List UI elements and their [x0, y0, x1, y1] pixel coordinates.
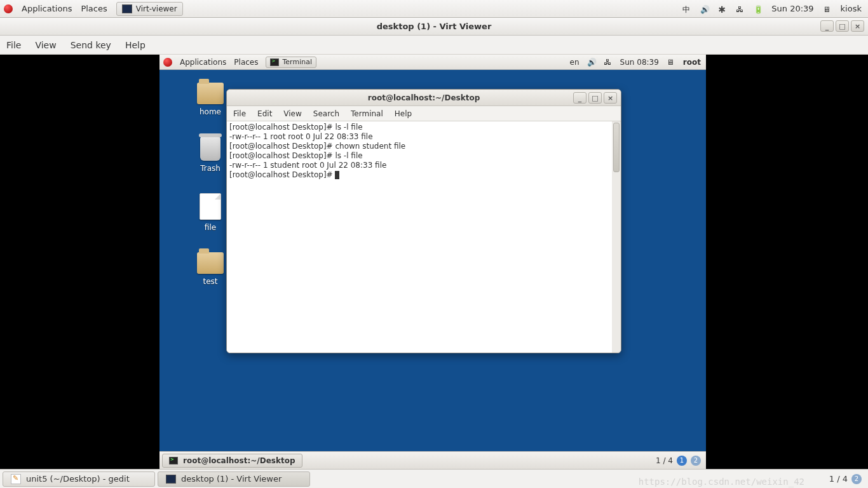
- volume-icon[interactable]: [700, 4, 709, 13]
- outer-task-gedit[interactable]: unit5 (~/Desktop) - gedit: [3, 471, 155, 487]
- desktop-icon-home-label: home: [200, 107, 221, 116]
- outer-workspace-2[interactable]: 2: [851, 474, 862, 484]
- vv-menu-sendkey[interactable]: Send key: [71, 40, 111, 50]
- guest-redhat-icon: [163, 58, 172, 67]
- file-icon: [200, 193, 221, 220]
- outer-task-virtviewer-label: desktop (1) - Virt Viewer: [181, 474, 281, 484]
- bluetooth-icon[interactable]: [718, 4, 727, 13]
- vv-close-button[interactable]: ×: [851, 20, 864, 32]
- virt-viewer-display-area[interactable]: Applications Places Terminal en Sun 08:3…: [0, 55, 868, 469]
- network-icon[interactable]: [736, 4, 745, 13]
- input-method-icon[interactable]: [682, 4, 691, 13]
- outer-clock[interactable]: Sun 20:39: [771, 4, 813, 13]
- terminal-minimize-button[interactable]: _: [573, 92, 587, 104]
- terminal-title: root@localhost:~/Desktop: [368, 93, 480, 102]
- guest-taskbar-entry-terminal[interactable]: root@localhost:~/Desktop: [162, 454, 302, 468]
- outer-menu-places[interactable]: Places: [81, 4, 107, 13]
- desktop-icon-test-label: test: [203, 277, 217, 286]
- desktop-icon-trash-label: Trash: [200, 164, 220, 173]
- guest-bottom-panel: root@localhost:~/Desktop 1 / 4 1 2: [159, 451, 706, 469]
- guest-user-icon: [667, 58, 675, 67]
- guest-menu-places[interactable]: Places: [234, 58, 258, 67]
- vv-menu-help[interactable]: Help: [125, 40, 146, 50]
- guest-network-icon[interactable]: [604, 58, 613, 67]
- guest-volume-icon[interactable]: [587, 58, 596, 67]
- terminal-menubar: File Edit View Search Terminal Help: [227, 106, 621, 121]
- terminal-maximize-button[interactable]: □: [588, 92, 602, 104]
- trash-icon: [200, 137, 220, 161]
- outer-menu-applications[interactable]: Applications: [22, 4, 72, 13]
- guest-clock[interactable]: Sun 08:39: [620, 58, 659, 67]
- folder-icon: [197, 83, 224, 104]
- vv-menu-file[interactable]: File: [6, 40, 21, 50]
- terminal-menu-view[interactable]: View: [283, 109, 301, 118]
- virt-viewer-window: desktop (1) - Virt Viewer _ □ × File Vie…: [0, 18, 868, 469]
- outer-running-app[interactable]: Virt-viewer: [116, 2, 183, 16]
- terminal-icon: [169, 457, 178, 464]
- desktop-icon-test[interactable]: test: [191, 252, 229, 286]
- outer-task-virtviewer[interactable]: desktop (1) - Virt Viewer: [158, 471, 310, 487]
- terminal-close-button[interactable]: ×: [604, 92, 617, 104]
- virt-viewer-menubar: File View Send key Help: [0, 36, 868, 55]
- vv-maximize-button[interactable]: □: [836, 20, 849, 32]
- terminal-window: root@localhost:~/Desktop _ □ × File Edit…: [226, 89, 621, 353]
- terminal-menu-search[interactable]: Search: [313, 109, 339, 118]
- virt-viewer-titlebar[interactable]: desktop (1) - Virt Viewer _ □ ×: [0, 18, 868, 36]
- folder-icon: [197, 252, 224, 274]
- guest-desktop[interactable]: home Trash file test: [159, 70, 706, 451]
- outer-running-app-label: Virt-viewer: [136, 4, 177, 13]
- virt-viewer-icon: [166, 475, 176, 484]
- terminal-titlebar[interactable]: root@localhost:~/Desktop _ □ ×: [227, 90, 621, 106]
- guest-menu-applications[interactable]: Applications: [180, 58, 226, 67]
- desktop-icon-home[interactable]: home: [191, 83, 229, 116]
- desktop-icon-file-label: file: [205, 223, 216, 232]
- terminal-body[interactable]: [root@localhost Desktop]# ls -l file-rw-…: [227, 121, 612, 353]
- redhat-icon: [4, 4, 13, 13]
- guest-workspace-indicator[interactable]: 1 / 4: [656, 456, 673, 465]
- watermark: https://blog.csdn.net/weixin_42: [639, 477, 804, 487]
- guest-lang-indicator[interactable]: en: [570, 58, 580, 67]
- user-icon: [823, 4, 832, 13]
- guest-top-panel: Applications Places Terminal en Sun 08:3…: [159, 55, 706, 70]
- terminal-scrollbar-thumb[interactable]: [613, 123, 620, 172]
- guest-running-app-label: Terminal: [282, 58, 312, 66]
- vv-minimize-button[interactable]: _: [820, 20, 834, 32]
- terminal-menu-edit[interactable]: Edit: [257, 109, 272, 118]
- desktop-icon-trash[interactable]: Trash: [191, 137, 229, 173]
- outer-top-panel: Applications Places Virt-viewer Sun 20:3…: [0, 0, 868, 18]
- battery-icon[interactable]: [754, 4, 763, 13]
- guest-user-label[interactable]: root: [683, 58, 701, 67]
- guest-screen: Applications Places Terminal en Sun 08:3…: [159, 55, 706, 469]
- virt-viewer-title: desktop (1) - Virt Viewer: [377, 22, 492, 31]
- guest-workspace-1[interactable]: 1: [677, 456, 687, 466]
- outer-user-label[interactable]: kiosk: [841, 4, 862, 13]
- terminal-menu-terminal[interactable]: Terminal: [351, 109, 383, 118]
- guest-running-app[interactable]: Terminal: [266, 57, 316, 68]
- guest-workspace-2[interactable]: 2: [691, 456, 701, 466]
- outer-task-gedit-label: unit5 (~/Desktop) - gedit: [26, 474, 130, 484]
- terminal-menu-help[interactable]: Help: [395, 109, 412, 118]
- terminal-menu-file[interactable]: File: [233, 109, 246, 118]
- guest-taskbar-entry-label: root@localhost:~/Desktop: [183, 456, 295, 465]
- vv-menu-view[interactable]: View: [35, 40, 56, 50]
- outer-workspace-indicator[interactable]: 1 / 4: [829, 474, 848, 484]
- terminal-scrollbar[interactable]: [612, 121, 621, 353]
- gedit-icon: [11, 474, 21, 484]
- terminal-icon: [270, 58, 279, 66]
- virt-viewer-icon: [122, 4, 132, 13]
- desktop-icon-file[interactable]: file: [191, 193, 229, 232]
